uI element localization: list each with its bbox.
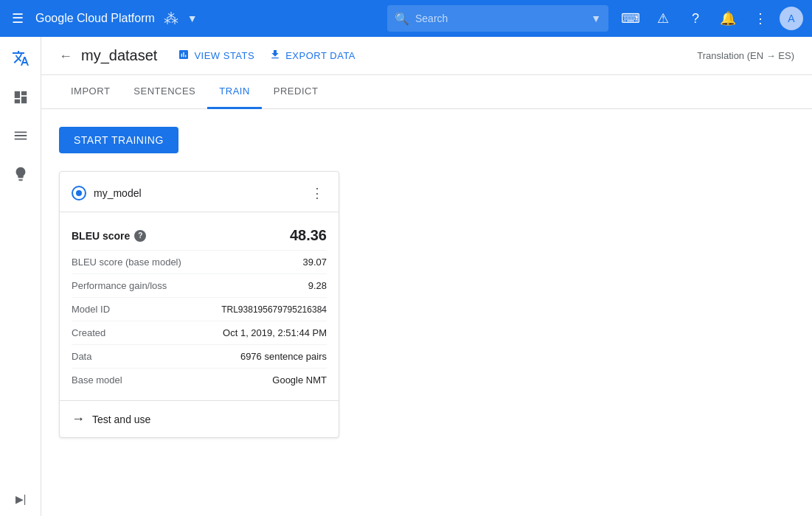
data-value: 6976 sentence pairs xyxy=(240,351,327,362)
base-model-label: Base model xyxy=(72,374,122,386)
created-label: Created xyxy=(72,327,105,338)
view-stats-button[interactable]: VIEW STATS xyxy=(178,49,254,63)
stat-row-base-bleu: BLEU score (base model) 39.07 xyxy=(72,251,327,274)
hamburger-menu[interactable]: ☰ xyxy=(9,7,27,29)
search-bar[interactable]: 🔍 ▼ xyxy=(387,5,608,32)
footer-label: Test and use xyxy=(92,414,150,425)
back-button[interactable]: ← xyxy=(59,49,72,63)
product-icon: ⁂ xyxy=(164,10,178,27)
error-icon[interactable]: ⚠ xyxy=(650,5,676,32)
sidebar-item-translate[interactable] xyxy=(3,43,38,78)
stat-row-performance: Performance gain/loss 9.28 xyxy=(72,274,327,298)
bleu-label: BLEU score ? xyxy=(72,230,146,242)
tab-import[interactable]: IMPORT xyxy=(59,75,122,109)
notifications-icon[interactable]: 🔔 xyxy=(715,5,741,32)
perf-value: 9.28 xyxy=(308,280,327,291)
test-and-use-button[interactable]: → Test and use xyxy=(60,400,339,437)
page-title: my_dataset xyxy=(81,47,157,64)
sidebar-item-dashboard[interactable] xyxy=(3,81,38,116)
model-card-header: my_model ⋮ xyxy=(60,172,339,212)
sidebar-item-list[interactable] xyxy=(3,119,38,155)
data-label: Data xyxy=(72,351,91,362)
top-navigation: ☰ Google Cloud Platform ⁂ ▼ 🔍 ▼ ⌨ ⚠ ? 🔔 … xyxy=(0,0,812,37)
sidebar-expand-btn[interactable]: ▶| xyxy=(0,488,41,510)
base-bleu-value: 39.07 xyxy=(302,257,327,268)
export-icon xyxy=(269,49,281,63)
expand-icon: ▶| xyxy=(15,493,27,505)
base-model-value: Google NMT xyxy=(272,374,327,386)
stat-row-base-model: Base model Google NMT xyxy=(72,369,327,391)
model-status-inner xyxy=(76,190,82,196)
tab-bar: IMPORT SENTENCES TRAIN PREDICT xyxy=(41,75,812,109)
main-content: ← my_dataset VIEW STATS EXPORT DATA Tran… xyxy=(41,37,812,516)
console-icon[interactable]: ⌨ xyxy=(617,5,644,32)
model-name: my_model xyxy=(94,187,308,199)
stat-row-created: Created Oct 1, 2019, 2:51:44 PM xyxy=(72,321,327,345)
bulb-icon xyxy=(13,166,29,186)
model-menu-button[interactable]: ⋮ xyxy=(308,184,327,203)
translate-icon xyxy=(12,49,30,72)
content-area: START TRAINING my_model ⋮ BLEU scor xyxy=(41,109,812,456)
stat-row-data: Data 6976 sentence pairs xyxy=(72,345,327,369)
created-value: Oct 1, 2019, 2:51:44 PM xyxy=(223,327,327,338)
perf-label: Performance gain/loss xyxy=(72,280,167,291)
translation-label: Translation (EN → ES) xyxy=(697,50,794,61)
model-id-label: Model ID xyxy=(72,304,110,315)
bleu-value: 48.36 xyxy=(290,227,327,244)
model-stats: BLEU score ? 48.36 BLEU score (base mode… xyxy=(60,212,339,400)
base-bleu-label: BLEU score (base model) xyxy=(72,257,181,268)
search-icon: 🔍 xyxy=(395,12,409,26)
more-options-icon[interactable]: ⋮ xyxy=(747,5,774,32)
search-input[interactable] xyxy=(415,13,585,24)
page-header: ← my_dataset VIEW STATS EXPORT DATA Tran… xyxy=(41,37,812,75)
tab-predict[interactable]: PREDICT xyxy=(262,75,330,109)
export-data-button[interactable]: EXPORT DATA xyxy=(269,49,355,63)
app-title: Google Cloud Platform xyxy=(35,12,155,25)
footer-arrow-icon: → xyxy=(72,411,85,427)
export-data-label: EXPORT DATA xyxy=(285,50,355,61)
tab-sentences[interactable]: SENTENCES xyxy=(122,75,207,109)
stat-row-model-id: Model ID TRL938195679795216384 xyxy=(72,298,327,321)
user-avatar[interactable]: A xyxy=(780,7,803,30)
model-card: my_model ⋮ BLEU score ? 48.36 xyxy=(59,171,339,438)
header-actions: VIEW STATS EXPORT DATA xyxy=(178,49,355,63)
view-stats-label: VIEW STATS xyxy=(194,50,254,61)
search-dropdown-icon[interactable]: ▼ xyxy=(591,13,601,24)
dashboard-icon xyxy=(13,89,29,109)
help-icon[interactable]: ? xyxy=(682,5,709,32)
bleu-help-icon[interactable]: ? xyxy=(134,230,146,242)
model-status-icon xyxy=(72,186,86,201)
list-icon xyxy=(13,128,29,147)
start-training-button[interactable]: START TRAINING xyxy=(59,127,178,153)
model-id-value: TRL938195679795216384 xyxy=(221,304,327,315)
sidebar-item-bulb[interactable] xyxy=(3,158,38,193)
tab-train[interactable]: TRAIN xyxy=(207,75,262,109)
left-sidebar: ▶| xyxy=(0,37,41,516)
stat-row-bleu: BLEU score ? 48.36 xyxy=(72,221,327,251)
dropdown-arrow[interactable]: ▼ xyxy=(187,13,198,24)
stats-icon xyxy=(178,49,190,63)
